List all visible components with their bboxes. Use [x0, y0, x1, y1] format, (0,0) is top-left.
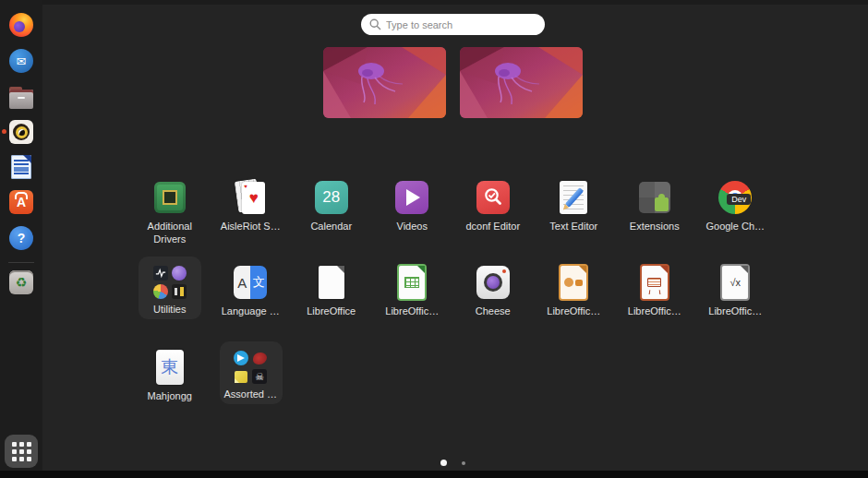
- app-mahjongg[interactable]: 東 Mahjongg: [129, 341, 211, 426]
- app-folder-utilities[interactable]: Utilities: [129, 257, 211, 341]
- app-label: Additional Drivers: [133, 221, 207, 246]
- app-text-editor[interactable]: Text Editor: [534, 172, 615, 257]
- files-icon: [9, 90, 33, 109]
- calendar-icon: 28: [315, 181, 348, 214]
- app-label: LibreOffic…: [628, 305, 681, 318]
- page-dot-active[interactable]: [440, 460, 447, 466]
- app-label: Language …: [222, 305, 280, 318]
- app-folder-assorted[interactable]: ☠ Assorted …: [211, 341, 292, 426]
- play-icon: [395, 181, 428, 214]
- telegram-icon: [234, 351, 248, 365]
- app-calendar[interactable]: 28 Calendar: [291, 172, 372, 257]
- sticky-note-icon: [234, 369, 248, 384]
- translate-icon: A文: [234, 266, 267, 299]
- firefox-icon: [9, 13, 33, 37]
- app-label: Text Editor: [549, 221, 597, 233]
- spreadsheet-icon: [399, 266, 425, 299]
- app-label: Google Ch…: [705, 221, 765, 233]
- notification-dot: [2, 129, 6, 134]
- pie-chart-icon: [153, 284, 168, 299]
- workspace-thumbnail-1[interactable]: [323, 47, 446, 118]
- dock-rhythmbox-button[interactable]: [9, 120, 33, 144]
- app-additional-drivers[interactable]: Additional Drivers: [129, 172, 211, 257]
- app-libreoffice-draw[interactable]: LibreOffic…: [614, 257, 695, 341]
- app-libreoffice-calc[interactable]: LibreOffic…: [372, 257, 453, 341]
- app-label: Extensions: [630, 221, 680, 233]
- dock-help-button[interactable]: ?: [9, 226, 33, 250]
- easel-icon: [642, 266, 668, 299]
- app-libreoffice-math[interactable]: √x LibreOffic…: [695, 257, 777, 341]
- app-label: LibreOffic…: [547, 305, 600, 318]
- app-label: LibreOffice: [307, 305, 356, 318]
- top-edge-strip: [0, 0, 868, 5]
- search-bar: [361, 14, 545, 35]
- sphere-icon: [172, 266, 187, 281]
- skull-icon: ☠: [252, 369, 267, 384]
- formula-icon: √x: [722, 266, 748, 299]
- app-dconf-editor[interactable]: dconf Editor: [452, 172, 534, 257]
- folder-label: Utilities: [153, 304, 186, 317]
- search-icon: [369, 18, 381, 30]
- thunderbird-icon: ✉: [9, 49, 33, 73]
- document-icon: [319, 266, 344, 299]
- jellyfish-wallpaper: [460, 47, 583, 118]
- show-applications-button[interactable]: [5, 435, 38, 468]
- ubuntu-software-icon: A: [9, 190, 33, 214]
- playing-cards-icon: ♥♥: [235, 180, 266, 215]
- characters-icon: [172, 284, 187, 299]
- app-libreoffice-impress[interactable]: LibreOffic…: [534, 257, 615, 341]
- workspace-thumbnail-2[interactable]: [460, 47, 583, 118]
- dock-files-button[interactable]: [9, 86, 33, 110]
- puzzle-icon: [639, 182, 670, 213]
- chrome-icon: Dev: [718, 181, 752, 214]
- app-label: Mahjongg: [148, 390, 192, 403]
- page-dot-inactive[interactable]: [462, 461, 465, 465]
- dock-firefox-button[interactable]: [9, 13, 33, 37]
- tile-icon: 東: [156, 350, 184, 385]
- dev-badge: Dev: [727, 194, 751, 205]
- magnifier-check-icon: [476, 181, 510, 214]
- rhythmbox-icon: [9, 120, 33, 144]
- dock-separator: [8, 262, 34, 263]
- libreoffice-writer-icon: [11, 155, 31, 179]
- jellyfish-wallpaper: [323, 47, 446, 118]
- app-label: LibreOffic…: [708, 305, 762, 318]
- app-aisleriot[interactable]: ♥♥ AisleRiot S…: [211, 172, 292, 257]
- dock-ubuntu-software-button[interactable]: A: [9, 190, 33, 214]
- dock-thunderbird-button[interactable]: ✉: [9, 49, 33, 73]
- camera-icon: [476, 266, 510, 299]
- help-icon: ?: [9, 226, 33, 250]
- chip-icon: [154, 182, 186, 213]
- app-label: Calendar: [310, 221, 352, 233]
- logs-icon: [153, 266, 168, 281]
- search-input[interactable]: [361, 14, 545, 35]
- app-libreoffice[interactable]: LibreOffice: [291, 257, 372, 341]
- dock-trash-button[interactable]: ♻: [9, 270, 33, 294]
- app-google-chrome-dev[interactable]: Dev Google Ch…: [695, 172, 777, 257]
- app-grid: Additional Drivers ♥♥ AisleRiot S… 28 Ca…: [129, 172, 776, 426]
- app-label: dconf Editor: [465, 221, 520, 233]
- app-label: LibreOffic…: [385, 305, 439, 318]
- apps-grid-icon: [12, 442, 31, 461]
- dragon-icon: [252, 351, 267, 365]
- app-label: AisleRiot S…: [221, 221, 281, 233]
- dock-libreoffice-writer-button[interactable]: [9, 155, 33, 179]
- presenter-icon: [561, 266, 586, 299]
- trash-icon: ♻: [9, 270, 33, 294]
- app-language-support[interactable]: A文 Language …: [211, 257, 292, 341]
- app-cheese[interactable]: Cheese: [452, 257, 534, 341]
- app-extensions[interactable]: Extensions: [614, 172, 695, 257]
- dock: ✉ A ? ♻: [0, 0, 42, 471]
- bottom-edge-bar: [0, 471, 868, 478]
- folder-icon: [153, 266, 187, 299]
- folder-label: Assorted …: [224, 388, 277, 401]
- app-videos[interactable]: Videos: [372, 172, 453, 257]
- app-label: Cheese: [476, 305, 511, 318]
- paper-pencil-icon: [560, 181, 587, 214]
- app-label: Videos: [397, 221, 428, 233]
- folder-icon: ☠: [234, 351, 267, 384]
